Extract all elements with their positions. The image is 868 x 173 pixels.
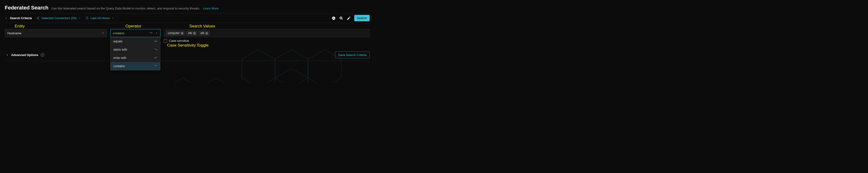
value-chip: alb✕: [198, 31, 210, 35]
search-criteria-label: Search Criteria: [10, 16, 32, 20]
svg-marker-0: [166, 78, 199, 83]
value-chip: computer✕: [166, 31, 185, 35]
operator-dropdown: equals==starts with^=ends with=^contains…: [110, 37, 160, 70]
entity-value: Hostname: [7, 31, 21, 35]
svg-point-8: [38, 19, 39, 20]
search-values-input[interactable]: computer✕elb✕alb✕: [164, 29, 370, 37]
time-range-selector[interactable]: Last 24 Hours: [85, 16, 114, 20]
page-subtitle: Use this federated search based on the Q…: [51, 7, 200, 10]
svg-point-6: [37, 18, 37, 19]
clear-icon[interactable]: [332, 16, 336, 20]
toolbar: Search Criteria Selected Connectors (33)…: [5, 13, 370, 23]
connectors-label: Selected Connectors (33): [42, 16, 76, 20]
operator-select[interactable]: contains **: [110, 29, 160, 37]
operator-option[interactable]: contains**: [111, 62, 160, 70]
search-criteria-toggle[interactable]: Search Criteria: [5, 16, 32, 20]
clock-icon: [85, 16, 89, 20]
entity-select[interactable]: Hostname: [5, 29, 107, 37]
chevron-down-icon: [78, 17, 81, 20]
operator-value: contains: [113, 31, 124, 35]
criteria-row: Hostname contains ** equals==starts with…: [5, 29, 370, 48]
advanced-options-label: Advanced Options: [11, 53, 38, 57]
chip-remove-icon[interactable]: ✕: [193, 32, 196, 35]
operator-option[interactable]: ends with=^: [111, 54, 160, 62]
time-range-label: Last 24 Hours: [91, 16, 110, 20]
page-title: Federated Search: [5, 5, 49, 11]
svg-point-7: [38, 17, 39, 18]
info-icon[interactable]: i: [41, 53, 44, 57]
save-search-criteria-button[interactable]: Save Search Criteria: [335, 51, 370, 58]
advanced-row: Advanced Options i Save Search Criteria: [5, 51, 370, 61]
share-icon: [36, 16, 40, 20]
annotation-row: Entity Operator Search Values: [5, 24, 370, 29]
search-button[interactable]: Search: [354, 15, 370, 21]
operator-symbol: **: [150, 32, 153, 35]
annotation-operator: Operator: [125, 24, 141, 29]
zoom-icon[interactable]: [339, 16, 343, 20]
annotation-search-values: Search Values: [189, 24, 215, 29]
learn-more-link[interactable]: Learn More: [203, 7, 218, 10]
operator-option[interactable]: equals==: [111, 37, 160, 45]
svg-marker-5: [275, 69, 308, 83]
caret-up-icon: [155, 32, 158, 35]
chevron-right-icon: [6, 54, 9, 56]
edit-icon[interactable]: [347, 16, 351, 20]
svg-marker-1: [199, 78, 232, 83]
connectors-selector[interactable]: Selected Connectors (33): [36, 16, 81, 20]
advanced-options-toggle[interactable]: Advanced Options i: [5, 53, 44, 57]
chip-remove-icon[interactable]: ✕: [206, 32, 208, 35]
case-sensitive-label: Case-sensitive: [169, 39, 189, 42]
page-header: Federated Search Use this federated sear…: [5, 5, 370, 11]
annotation-case-toggle: Case Sensitivity Toggle: [167, 43, 370, 48]
case-sensitive-checkbox[interactable]: [164, 39, 167, 42]
chevron-down-icon: [112, 17, 114, 20]
annotation-entity: Entity: [15, 24, 25, 29]
chip-remove-icon[interactable]: ✕: [181, 32, 183, 35]
operator-option[interactable]: starts with^=: [111, 45, 160, 54]
chevron-down-icon: [5, 17, 7, 20]
value-chip: elb✕: [186, 31, 197, 35]
caret-down-icon: [101, 32, 104, 35]
